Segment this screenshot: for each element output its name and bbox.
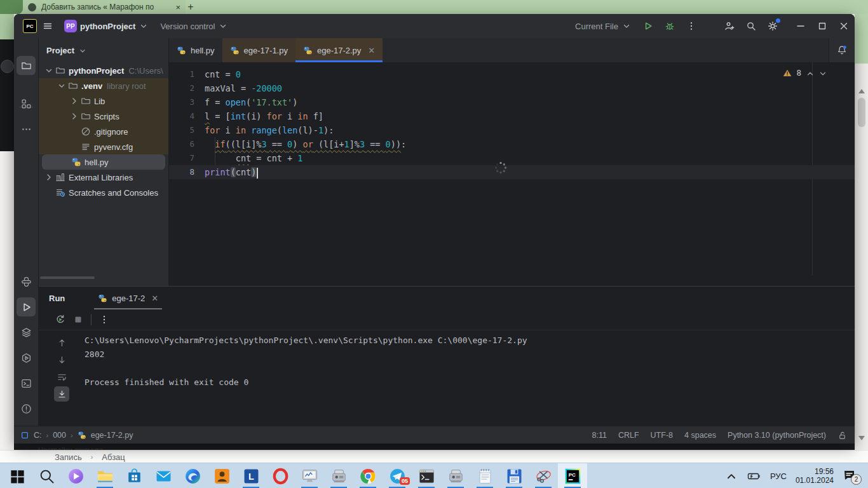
- code-line-1[interactable]: 1cnt = 0: [169, 67, 855, 81]
- tree-item-hell.py[interactable]: hell.py: [42, 154, 165, 170]
- status-item[interactable]: UTF-8: [651, 431, 673, 440]
- chevron-down-icon[interactable]: [44, 65, 54, 76]
- code-line-6[interactable]: 6 if((l[i]%3 == 0) or (l[i+1]%3 == 0)):: [169, 137, 855, 151]
- settings-button[interactable]: [762, 14, 783, 38]
- scrollbar-thumb[interactable]: [858, 98, 865, 127]
- taskbar-notepad-button[interactable]: [470, 463, 499, 488]
- taskbar-pycharm-button[interactable]: PC: [558, 463, 587, 488]
- vcs-widget[interactable]: Version control: [154, 14, 234, 38]
- notifications-button[interactable]: [829, 38, 855, 62]
- lock-open-icon[interactable]: [837, 431, 847, 440]
- inspections-widget[interactable]: 8: [783, 66, 827, 80]
- status-item[interactable]: 4 spaces: [684, 431, 716, 440]
- close-tab-icon[interactable]: ✕: [151, 294, 158, 303]
- stripe-more-tool-windows-button[interactable]: [17, 119, 36, 139]
- code-line-4[interactable]: 4l = [int(i) for i in f]: [169, 109, 855, 123]
- code-line-5[interactable]: 5for i in range(len(l)-1):: [169, 123, 855, 137]
- tree-item-pyvenv.cfg[interactable]: pyvenv.cfg: [39, 139, 168, 154]
- tree-horizontal-scrollbar[interactable]: [40, 276, 95, 279]
- chevron-up-icon[interactable]: [806, 69, 814, 78]
- tree-item-scripts[interactable]: Scripts: [39, 109, 168, 124]
- taskbar-kumir-button[interactable]: [324, 463, 353, 488]
- code-line-2[interactable]: 2maxVal = -20000: [169, 81, 855, 95]
- tree-item-.venv[interactable]: .venvlibrary root: [39, 78, 168, 93]
- browser-tab[interactable]: Добавить запись « Марафон по ×: [23, 0, 186, 14]
- keyboard-layout[interactable]: РУС: [770, 471, 787, 481]
- taskbar-chrome-button[interactable]: [353, 463, 383, 488]
- more-actions-button[interactable]: [681, 14, 702, 38]
- code-editor[interactable]: 1cnt = 02maxVal = -200003f = open('17.tx…: [169, 62, 855, 280]
- taskbar-opera-button[interactable]: [266, 463, 295, 488]
- taskbar-search-button[interactable]: [32, 463, 61, 488]
- code-with-me-button[interactable]: [719, 14, 740, 38]
- run-button[interactable]: [637, 14, 659, 38]
- maximize-button[interactable]: [811, 14, 833, 38]
- breadcrumb-item[interactable]: 000: [53, 431, 66, 440]
- close-button[interactable]: [833, 14, 855, 38]
- stripe-terminal-button[interactable]: [17, 374, 36, 393]
- breadcrumb-item[interactable]: ege-17-2.py: [91, 431, 133, 440]
- tree-item-lib[interactable]: Lib: [39, 93, 168, 109]
- editor-tab-hell.py[interactable]: hell.py: [169, 38, 222, 62]
- taskbar-edge-button[interactable]: [178, 463, 207, 488]
- editor-tab-ege-17-1.py[interactable]: ege-17-1.py: [222, 38, 295, 62]
- taskbar-explorer-button[interactable]: [90, 463, 119, 488]
- scroll-up-arrow-icon[interactable]: [858, 89, 865, 93]
- close-tab-icon[interactable]: ✕: [368, 46, 375, 55]
- code-line-7[interactable]: 7 cnt = cnt + 1: [169, 151, 855, 165]
- chevron-down-icon[interactable]: [57, 81, 67, 91]
- minimize-button[interactable]: [790, 14, 811, 38]
- tree-item-pythonproject[interactable]: pythonProjectC:\Users\: [39, 63, 168, 78]
- scroll-down-arrow-icon[interactable]: [858, 436, 865, 440]
- stripe-structure-button[interactable]: [17, 94, 36, 113]
- taskbar-kumir2-button[interactable]: [441, 463, 470, 488]
- status-item[interactable]: CRLF: [618, 431, 639, 440]
- taskbar-terminal-app-button[interactable]: [412, 463, 441, 488]
- project-panel-header[interactable]: Project: [39, 38, 168, 59]
- rerun-button[interactable]: [55, 315, 65, 325]
- scroll-up-button[interactable]: [54, 335, 69, 350]
- run-config-selector[interactable]: Current File: [569, 14, 637, 38]
- tree-item-scratches-and-consoles[interactable]: Scratches and Consoles: [39, 185, 168, 200]
- taskbar-system-monitor-button[interactable]: [295, 463, 324, 488]
- tree-item-external-libraries[interactable]: External Libraries: [39, 170, 168, 185]
- taskbar-mail-button[interactable]: [149, 463, 178, 488]
- background-scrollbar[interactable]: [855, 64, 868, 449]
- word-breadcrumb-item[interactable]: Абзац: [102, 452, 125, 462]
- tree-item-.gitignore[interactable]: .gitignore: [39, 124, 168, 139]
- taskbar-snipping-button[interactable]: [529, 463, 558, 488]
- scroll-to-end-button[interactable]: [54, 386, 69, 402]
- stop-button[interactable]: [73, 315, 83, 325]
- debug-button[interactable]: [659, 14, 681, 38]
- breadcrumb-item[interactable]: C:: [34, 431, 42, 440]
- browser-new-tab-button[interactable]: +: [183, 0, 198, 14]
- stripe-project-button[interactable]: [17, 56, 36, 75]
- battery-icon[interactable]: [746, 471, 761, 481]
- tray-clock[interactable]: 19:56 01.01.2024: [796, 467, 834, 485]
- code-line-3[interactable]: 3f = open('17.txt'): [169, 95, 855, 109]
- status-item[interactable]: 8:11: [592, 431, 607, 440]
- stripe-services-button[interactable]: [17, 323, 36, 342]
- chevron-right-icon[interactable]: [69, 111, 79, 121]
- console-output[interactable]: C:\Users\Lenovo\PycharmProjects\pythonPr…: [85, 334, 527, 390]
- word-breadcrumb-item[interactable]: Запись: [55, 452, 82, 462]
- taskbar-start-button[interactable]: [3, 463, 32, 488]
- scroll-down-button[interactable]: [54, 352, 69, 367]
- taskbar-save-app-button[interactable]: [499, 463, 529, 488]
- browser-tab-close-icon[interactable]: ×: [175, 3, 180, 12]
- stripe-python-console-button[interactable]: [17, 348, 36, 367]
- status-item[interactable]: Python 3.10 (pythonProject): [728, 431, 826, 440]
- chevron-right-icon[interactable]: [44, 172, 54, 182]
- taskbar-alice-button[interactable]: [61, 463, 90, 488]
- stripe-problems-button[interactable]: [17, 399, 36, 418]
- code-line-8[interactable]: 8print(cnt): [169, 165, 855, 179]
- stripe-run-button[interactable]: [17, 297, 36, 316]
- search-everywhere-button[interactable]: [740, 14, 762, 38]
- run-content-tab[interactable]: ege-17-2 ✕: [94, 287, 162, 309]
- taskbar-telegram-button[interactable]: 05: [383, 463, 412, 488]
- taskbar-lightshot-button[interactable]: L: [236, 463, 266, 488]
- notification-center-button[interactable]: 2: [843, 469, 859, 483]
- chevron-down-icon[interactable]: [818, 69, 827, 78]
- stripe-python-packages-button[interactable]: [17, 272, 36, 291]
- editor-tab-ege-17-2.py[interactable]: ege-17-2.py✕: [295, 38, 383, 62]
